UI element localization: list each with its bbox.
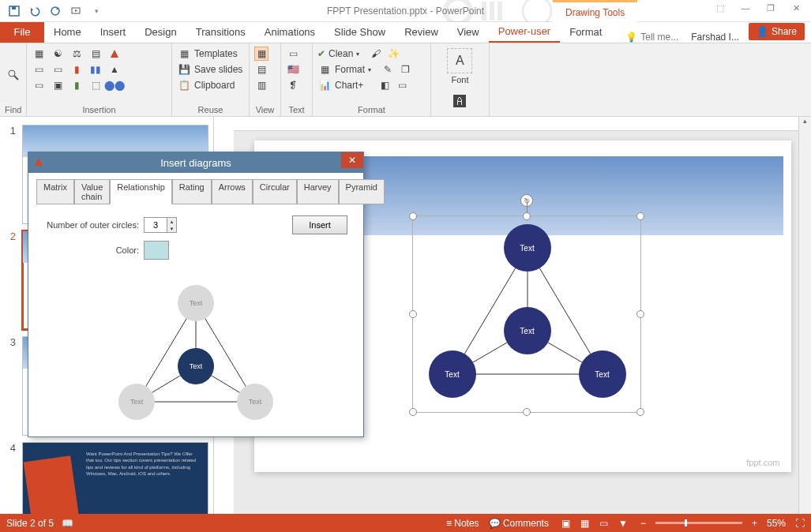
icon-btn[interactable]: ▮ [69,78,84,92]
tab-slideshow[interactable]: Slide Show [325,21,395,43]
diagram-icon[interactable] [107,47,122,61]
zoom-out-icon[interactable]: − [640,518,646,529]
minimize-icon[interactable]: — [734,0,757,16]
pen-icon[interactable]: ✎ [381,62,395,77]
tab-design[interactable]: Design [135,21,186,43]
icon-btn[interactable]: ◧ [377,78,392,92]
puzzle-icon[interactable]: ⬤⬤ [107,78,122,92]
find-icon[interactable] [6,68,21,82]
icon-btn[interactable]: ⬚ [88,78,103,92]
zoom-in-icon[interactable]: + [752,518,757,529]
color-icon: 🅰 [447,89,472,114]
slide-indicator[interactable]: Slide 2 of 5 [6,518,54,529]
flag-us-icon[interactable]: 🇺🇸 [286,62,300,77]
templates-button[interactable]: ▦Templates [177,47,244,61]
dialog-titlebar[interactable]: Insert diagrams ✕ [28,152,363,173]
text-icon[interactable]: ❡ [286,78,300,92]
user-name[interactable]: Farshad I... [685,32,745,43]
save-slides-button[interactable]: 💾Save slides [177,62,244,77]
tab-home[interactable]: Home [44,21,91,43]
dlg-tab-matrix[interactable]: Matrix [36,179,74,204]
context-tab-drawing[interactable]: Drawing Tools [553,0,637,22]
icon-btn[interactable]: ▭ [395,78,409,92]
icon-btn[interactable]: ▣ [51,78,65,92]
slideshow-icon[interactable] [69,5,82,17]
view2-icon[interactable]: ▤ [254,62,268,77]
tab-format[interactable]: Format [560,21,611,43]
reading-view-icon[interactable]: ▭ [596,517,612,530]
dlg-tab-arrows[interactable]: Arrows [212,179,253,204]
ribbon-options-icon[interactable]: ⬚ [708,0,732,16]
icon-btn[interactable]: ❐ [398,62,412,77]
tab-view[interactable]: View [448,21,489,43]
slide-icon[interactable]: ▦ [32,47,46,61]
dlg-tab-pyramid[interactable]: Pyramid [339,179,385,204]
spell-icon[interactable]: 📖 [62,518,73,529]
tab-animations[interactable]: Animations [255,21,325,43]
save-icon[interactable] [8,5,21,17]
spinner-up-icon[interactable]: ▲ [167,218,176,225]
comments-button[interactable]: 💬 Comments [489,518,549,529]
dlg-tab-relationship[interactable]: Relationship [110,179,172,204]
redo-icon[interactable] [49,5,62,17]
node-center[interactable]: Text [504,307,551,354]
close-icon[interactable]: ✕ [784,0,808,16]
clean-button[interactable]: ✔Clean▾🖌✨ [317,47,426,61]
group-reuse: Reuse [177,103,244,114]
group-format: Format [317,103,426,114]
zoom-slider[interactable] [655,522,742,524]
outer-circles-input[interactable] [145,218,167,232]
insert-button[interactable]: Insert [292,215,347,234]
node-left[interactable]: Text [429,350,476,398]
color-swatch[interactable] [144,241,169,260]
format-button[interactable]: ▦Format▾✎❐ [317,62,426,77]
dlg-tab-harvey[interactable]: Harvey [297,179,339,204]
tab-transitions[interactable]: Transitions [186,21,255,43]
chart2-icon[interactable]: ▮▮ [88,62,103,77]
zoom-level[interactable]: 55% [767,518,786,529]
node-top[interactable]: Text [504,224,551,272]
selection-box[interactable]: ↻ Text Text [412,215,641,413]
chart-icon[interactable]: ▮ [69,62,84,77]
undo-icon[interactable] [28,5,41,17]
tab-insert[interactable]: Insert [91,21,136,43]
tell-me-input[interactable]: 💡Tell me... [619,32,685,43]
spinner-down-icon[interactable]: ▼ [167,225,176,232]
thumb-4[interactable]: 4Want PowerPoint And Presentation Tips? … [0,439,213,514]
restore-icon[interactable]: ❐ [759,0,783,16]
icon-btn[interactable]: ▭ [32,78,46,92]
qat-dropdown-icon[interactable]: ▾ [90,5,103,17]
scale-icon[interactable]: ⚖ [69,47,84,61]
sorter-view-icon[interactable]: ▦ [577,517,593,530]
view1-icon[interactable]: ▦ [254,47,268,61]
scrollbar-vertical[interactable]: ▴ [798,117,811,514]
brush-icon[interactable]: 🖌 [369,47,383,61]
share-icon: 👤 [757,26,768,37]
dialog-close-button[interactable]: ✕ [341,152,363,168]
tab-power-user[interactable]: Power-user [489,21,560,43]
clipboard-button[interactable]: 📋Clipboard [177,78,244,92]
tab-review[interactable]: Review [395,21,448,43]
map-icon[interactable]: ▭ [32,62,46,77]
font-button[interactable]: AFont [442,47,477,86]
lang-icon[interactable]: ▭ [286,47,300,61]
flag-icon[interactable]: ▲ [107,62,122,77]
icon-btn[interactable]: ▭ [51,62,65,77]
dlg-tab-rating[interactable]: Rating [172,179,212,204]
tab-file[interactable]: File [0,21,44,43]
node-right[interactable]: Text [579,350,626,398]
wand-icon[interactable]: ✨ [386,47,400,61]
normal-view-icon[interactable]: ▣ [558,517,574,530]
notes-button[interactable]: ≡ Notes [446,518,479,529]
group-text: Text [286,103,307,114]
fit-icon[interactable]: ⛶ [795,518,805,529]
table-icon[interactable]: ▤ [88,47,103,61]
dlg-tab-value-chain[interactable]: Value chain [74,179,110,204]
outer-circles-spinner[interactable]: ▲▼ [144,217,177,233]
icon-btn[interactable]: ☯ [51,47,65,61]
slideshow-view-icon[interactable]: ▼ [615,517,631,530]
share-button[interactable]: 👤Share [749,23,805,40]
chart-button[interactable]: 📊Chart+◧▭ [317,78,426,92]
dlg-tab-circular[interactable]: Circular [253,179,297,204]
view3-icon[interactable]: ▥ [254,78,268,92]
